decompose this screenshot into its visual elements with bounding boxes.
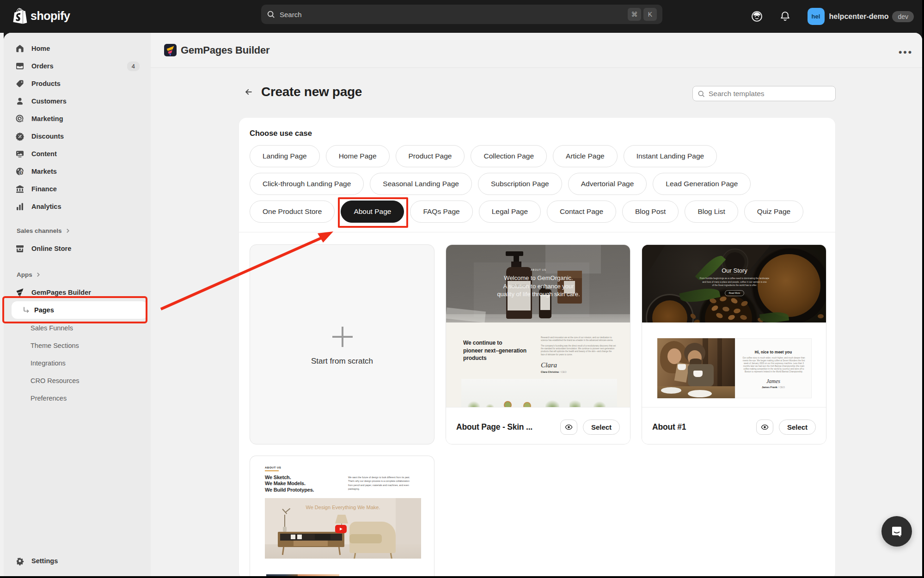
svg-text:$: $ [20, 171, 22, 175]
